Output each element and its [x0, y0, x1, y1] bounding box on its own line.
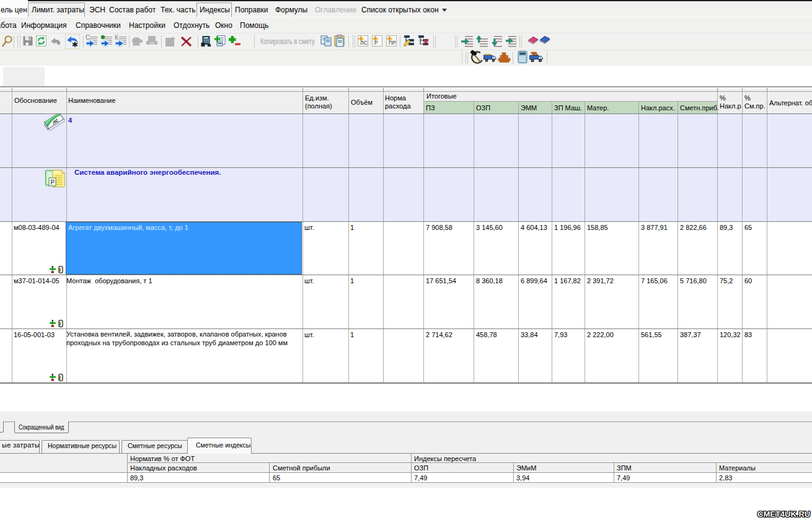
- svg-text:P: P: [51, 179, 55, 186]
- svg-text:Р: Р: [374, 40, 378, 46]
- svg-text:ЛС: ЛС: [360, 40, 368, 46]
- svg-text:ПР: ПР: [389, 40, 396, 46]
